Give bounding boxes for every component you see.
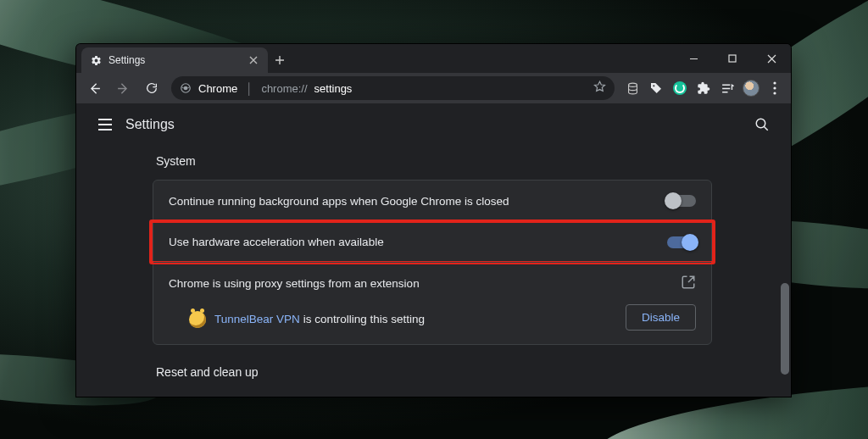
extensions-puzzle-icon[interactable]	[693, 77, 715, 99]
section-heading-system: System	[153, 146, 712, 180]
scrollbar-thumb[interactable]	[781, 283, 789, 375]
row-label: Use hardware acceleration when available	[169, 236, 384, 248]
playlist-extension-icon[interactable]	[716, 77, 738, 99]
extension-name-link[interactable]: TunnelBear VPN	[214, 313, 300, 325]
bookmark-star-icon[interactable]	[593, 81, 606, 96]
svg-point-3	[653, 85, 654, 86]
system-settings-card: Continue running background apps when Go…	[153, 180, 712, 345]
window-controls	[674, 44, 791, 73]
svg-rect-0	[729, 55, 736, 62]
svg-point-4	[773, 81, 776, 84]
close-tab-icon[interactable]	[248, 54, 259, 66]
profile-avatar[interactable]	[740, 77, 762, 99]
settings-search-button[interactable]	[747, 109, 777, 140]
row-hardware-acceleration: Use hardware acceleration when available	[153, 221, 711, 262]
settings-page: Settings System Continue running backgro…	[76, 103, 791, 397]
database-extension-icon[interactable]	[621, 77, 643, 99]
settings-scroll-area[interactable]: System Continue running background apps …	[76, 146, 779, 397]
section-heading-reset: Reset and clean up	[153, 345, 712, 391]
disable-extension-button[interactable]: Disable	[626, 304, 696, 331]
svg-point-6	[773, 92, 776, 94]
address-bar[interactable]: Chrome │ chrome://settings	[171, 76, 615, 100]
site-info-icon[interactable]	[180, 82, 192, 94]
forward-button[interactable]	[110, 75, 136, 101]
settings-appbar: Settings	[76, 103, 791, 146]
minimize-button[interactable]	[674, 44, 713, 73]
chrome-menu-button[interactable]	[764, 77, 786, 99]
maximize-button[interactable]	[713, 44, 752, 73]
background-apps-toggle[interactable]	[667, 195, 696, 207]
controlling-extension-row: TunnelBear VPN is controlling this setti…	[153, 304, 711, 344]
scrollbar-track[interactable]	[781, 146, 789, 395]
back-button[interactable]	[81, 75, 107, 101]
omnibox-path: settings	[314, 82, 353, 95]
tab-title: Settings	[108, 54, 145, 66]
row-label: Continue running background apps when Go…	[169, 195, 509, 208]
tag-extension-icon[interactable]	[645, 77, 667, 99]
extension-icons	[621, 77, 786, 99]
new-tab-button[interactable]	[268, 48, 292, 72]
close-window-button[interactable]	[752, 44, 791, 73]
toolbar: Chrome │ chrome://settings	[76, 73, 791, 103]
svg-point-5	[773, 86, 776, 89]
omnibox-host: Chrome	[198, 82, 237, 95]
tunnelbear-icon	[189, 311, 206, 328]
row-proxy-extension: Chrome is using proxy settings from an e…	[153, 262, 711, 304]
hamburger-menu-button[interactable]	[90, 109, 120, 140]
extension-controlling-text: is controlling this setting	[303, 313, 425, 325]
reload-button[interactable]	[139, 75, 164, 101]
chrome-window: Settings Chrome │ c	[76, 44, 791, 397]
open-external-icon[interactable]	[681, 275, 696, 292]
gear-icon	[90, 54, 102, 66]
row-label: Chrome is using proxy settings from an e…	[169, 277, 420, 290]
browser-tab[interactable]: Settings	[81, 47, 268, 73]
row-background-apps: Continue running background apps when Go…	[153, 181, 711, 221]
omnibox-separator: │	[246, 82, 253, 95]
grammarly-extension-icon[interactable]	[669, 77, 691, 99]
svg-point-2	[628, 83, 637, 86]
page-title: Settings	[125, 117, 175, 132]
svg-point-7	[756, 119, 765, 128]
hardware-acceleration-toggle[interactable]	[667, 236, 696, 248]
titlebar: Settings	[76, 44, 791, 73]
omnibox-path-dim: chrome://	[261, 82, 307, 95]
